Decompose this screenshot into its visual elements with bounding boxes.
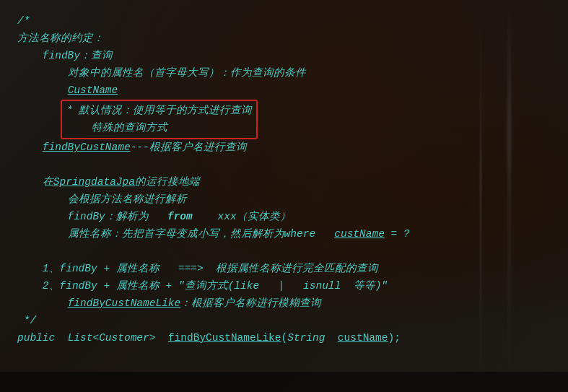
springdata-jpa-underline: SpringdataJpa [53,176,135,188]
code-container: /* 方法名称的约定： findBy：查询 对象中的属性名（首字母大写）：作为查… [0,0,568,360]
code-line-10: 会根据方法名称进行解析 [17,191,551,209]
param-underline: custName [338,332,388,344]
cust-name-where-underline: custName [334,228,385,240]
code-line-18: public List<Customer> findByCustNameLike… [17,330,551,347]
code-line-8 [17,157,551,174]
code-line-13 [17,243,551,261]
cust-name-underline: CustName [68,84,118,96]
code-line-6a: * 默认情况：使用等于的方式进行查询 [66,103,252,120]
find-by-cust-name-underline: findByCustName [43,141,131,153]
list-keyword: List [68,332,93,344]
code-line-12: 属性名称：先把首字母变成小写，然后解析为where custName = ? [17,226,551,243]
code-line-14: 1、findBy + 属性名称 ===> 根据属性名称进行完全匹配的查询 [17,261,551,278]
code-line-2: 方法名称的约定： [17,30,551,48]
code-line-1: /* [17,13,551,30]
code-line-7: findByCustName---根据客户名进行查询 [17,139,551,157]
code-line-16: findByCustNameLike：根据客户名称进行模糊查询 [17,295,551,313]
code-line-3: findBy：查询 [17,48,551,65]
code-line-9: 在SpringdataJpa的运行接地端 [17,174,551,191]
code-line-4: 对象中的属性名（首字母大写）：作为查询的条件 [17,65,551,82]
red-highlight-box: * 默认情况：使用等于的方式进行查询 特殊的查询方式 [61,100,258,140]
code-line-5: CustName [17,82,551,100]
code-line-6b: 特殊的查询方式 [66,120,252,137]
code-line-15: 2、findBy + 属性名称 + "查询方式(like | isnull 等等… [17,278,551,295]
code-line-11: findBy：解析为 from xxx（实体类） [17,209,551,226]
string-keyword: String [287,332,325,344]
code-line-17: */ [17,313,551,330]
bottom-bar [0,372,568,392]
customer-type: Customer [99,332,149,344]
from-keyword: from [167,211,193,222]
method-name-underline: findByCustNameLike [168,332,281,344]
find-by-cust-name-like-underline: findByCustNameLike [68,297,181,309]
public-keyword: public [17,332,55,344]
